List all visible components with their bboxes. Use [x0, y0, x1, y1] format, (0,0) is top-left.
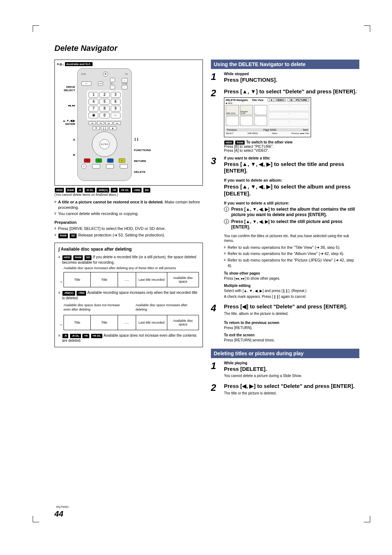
cell-last: Last title recorded	[136, 315, 167, 330]
ff-icon: ▸▸	[105, 121, 113, 125]
substep-2: 2 Press [▲, ▼, ◀, ▶] to select the still…	[224, 219, 359, 230]
switch-view-block: HDD RAM To switch to the other view Pres…	[224, 140, 359, 153]
badge: +R	[82, 334, 89, 339]
ch-up: +	[122, 78, 128, 82]
remote-transport-play: ■ ❙❙ ▶	[81, 126, 128, 130]
section-heading: Deleting titles or pictures during play	[211, 349, 359, 358]
badge: RAM	[235, 141, 245, 145]
step-2: 2 Press [▲, ▼] to select "Delete" and pr…	[211, 88, 359, 153]
tip-heading: To show other pages	[224, 271, 359, 275]
power-icon: ⏻	[103, 72, 108, 77]
step-instruction: Press [FUNCTIONS].	[224, 77, 359, 84]
badge-sd: SD	[143, 188, 150, 193]
callout-arrows-enter: ▲,▼,◀,▶ ENTER	[57, 119, 75, 126]
badge-rdl: -R DL	[85, 188, 95, 193]
ext-link-btn	[106, 164, 114, 169]
rec-btn: ●	[81, 164, 86, 169]
tip-heading: Multiple editing	[224, 284, 359, 288]
badge-ram: RAM	[66, 188, 75, 193]
right-column: Using the DELETE Navigator to delete 1 W…	[211, 60, 359, 400]
tip-body: A check mark appears. Press [❙❙] again t…	[224, 294, 359, 299]
badge: SD	[85, 255, 91, 260]
preparation-heading: Preparation	[54, 220, 203, 224]
vol-down: ˅	[110, 85, 115, 89]
pager-page: Page 02/02	[264, 129, 277, 131]
step-condition: If you want to delete a still picture:	[224, 201, 359, 205]
badge: -R	[62, 334, 68, 339]
left-column: e.g., Australia and N.Z. DRIVE SELECT ◂◂…	[54, 60, 203, 400]
screen-legend: SELECT SUB MENU Select Previous ◂◂ ▸▸ Ne…	[226, 132, 309, 134]
step-instruction: Press [DELETE].	[224, 366, 359, 373]
disk-diagram-2: → Title Title ..... Last title recorded …	[58, 315, 199, 330]
circled-number: 1	[224, 207, 229, 212]
av-btn: AV	[98, 81, 103, 86]
enter-btn: ENTER	[99, 139, 110, 149]
media-badges-row: HDD RAM -R -R DL -RW(V) +R +R DL +RW SD …	[54, 188, 203, 197]
screen-title: DELETE Navigator	[226, 99, 248, 101]
disc-space-infobox: ∫ Available disc space after deleting HD…	[54, 243, 203, 347]
callout-pause: ❙❙	[134, 138, 156, 141]
key-3: 3	[111, 92, 121, 98]
switch-line: Press [A] to select "VIDEO".	[224, 149, 359, 153]
step-4: 4 Press [◀] to select "Delete" and press…	[211, 303, 359, 317]
remote-dvd-label: DVD	[81, 73, 86, 75]
substep-text: Press [▲, ▼, ◀, ▶] to select the still p…	[231, 219, 359, 230]
callout-functions: FUNCTIONS	[134, 149, 156, 152]
step-condition: While playing	[224, 361, 359, 365]
tab-b-label: B PICTURE	[287, 98, 309, 102]
ref-item: Refer to sub menu operations for the "Pi…	[224, 258, 359, 268]
substep-1: 1 Press [▲, ▼, ◀, ▶] to select the album…	[224, 207, 359, 218]
info-line: -R -R DL +R +R DL Available space does n…	[58, 333, 199, 343]
step-instruction: Press [◀] to select "Delete" and press […	[224, 303, 359, 310]
ref-list: Refer to sub menu operations for the "Ti…	[224, 245, 359, 268]
crop-mark	[364, 516, 370, 522]
finalized-note: (You cannot delete items on finalized di…	[54, 193, 203, 197]
step-number: 4	[211, 303, 220, 317]
color-d: D	[119, 158, 125, 163]
remote-transport-skip: ◂◂ ◂◂ ▸▸ ▸▸	[81, 121, 128, 125]
prep-list: Press [DRIVE SELECT] to select the HDD, …	[54, 226, 203, 238]
step-note: You cannot delete a picture during a Sli…	[224, 373, 359, 378]
page-title: Delete Navigator	[54, 44, 359, 53]
thumbnail: Dinosaur 11:05	[240, 105, 253, 115]
thumbnail: ARD 10:01	[226, 105, 239, 115]
remote-numpad: 1 2 3 4 5 6 7 8 9 ✽ 0 -/--	[87, 90, 122, 120]
remote-right-callouts: ❙❙ FUNCTIONS RETURN DELETE	[134, 68, 156, 181]
key-5: 5	[99, 99, 109, 105]
ch-down: −	[122, 85, 128, 89]
confirm-note: You can confirm the titles or pictures e…	[224, 234, 359, 243]
badge: RAM	[73, 255, 83, 260]
stop-icon: ■	[93, 126, 100, 130]
diagram-caption-left: Available disc space does not increase e…	[64, 303, 127, 312]
callout-return: RETURN	[134, 159, 156, 163]
key-2: 2	[99, 92, 109, 98]
step-note: The title, album or the picture is delet…	[224, 311, 359, 316]
step-instruction: Press [▲, ▼, ◀, ▶] to select the album a…	[224, 183, 359, 197]
prep-item: RAM SD Release protection (➜ 53, Setting…	[54, 232, 203, 238]
key-star: ✽	[89, 113, 98, 118]
step2-2: 2 Press [◀, ▶] to select "Delete" and pr…	[211, 383, 359, 396]
pager-next: Next	[303, 129, 308, 131]
step-number: 2	[211, 383, 220, 396]
crop-mark	[33, 516, 39, 522]
screen-subtitle: Title View	[252, 99, 264, 101]
screen-mockup: DELETE Navigator Title View A VIDEO B PI…	[224, 97, 311, 137]
warn-restore: A title or a picture cannot be restored …	[54, 199, 203, 210]
ref-item: Refer to sub menu operations for the "Ti…	[224, 245, 359, 250]
key-0: 0	[99, 113, 109, 118]
badge: -RW(V)	[62, 291, 75, 296]
warn-recording: You cannot delete while recording or cop…	[54, 211, 203, 216]
callout-skip: ◂◂, ▸▸	[57, 104, 75, 107]
cell-dots: .....	[118, 272, 136, 287]
color-b: B	[95, 158, 102, 163]
thumbnail-empty: ---	[226, 116, 239, 126]
badge: HDD	[62, 255, 72, 260]
switch-line: Press [B] to select "PICTURE".	[224, 145, 359, 149]
key-9: 9	[111, 106, 121, 112]
tab-a-label: A VIDEO	[268, 98, 286, 102]
step-3: 3 If you want to delete a title: Press […	[211, 156, 359, 300]
cell-title: Title	[90, 272, 117, 287]
remote-tv-label: TV	[125, 73, 128, 75]
infobox-title: ∫ Available disc space after deleting	[58, 247, 199, 252]
cell-title: Title	[90, 315, 117, 330]
